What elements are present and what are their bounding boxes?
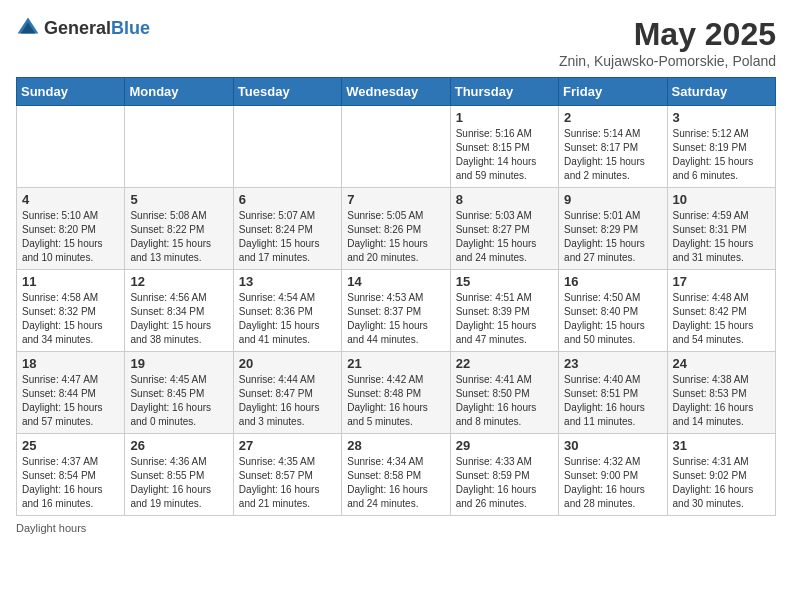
calendar-cell: 29Sunrise: 4:33 AM Sunset: 8:59 PM Dayli… bbox=[450, 434, 558, 516]
day-number: 2 bbox=[564, 110, 661, 125]
calendar-week-5: 25Sunrise: 4:37 AM Sunset: 8:54 PM Dayli… bbox=[17, 434, 776, 516]
footer-note: Daylight hours bbox=[16, 522, 776, 534]
day-number: 30 bbox=[564, 438, 661, 453]
day-number: 28 bbox=[347, 438, 444, 453]
calendar-cell: 13Sunrise: 4:54 AM Sunset: 8:36 PM Dayli… bbox=[233, 270, 341, 352]
day-number: 3 bbox=[673, 110, 770, 125]
logo-text: GeneralBlue bbox=[44, 18, 150, 39]
day-info: Sunrise: 5:03 AM Sunset: 8:27 PM Dayligh… bbox=[456, 209, 553, 265]
day-info: Sunrise: 4:44 AM Sunset: 8:47 PM Dayligh… bbox=[239, 373, 336, 429]
calendar-week-2: 4Sunrise: 5:10 AM Sunset: 8:20 PM Daylig… bbox=[17, 188, 776, 270]
day-info: Sunrise: 4:58 AM Sunset: 8:32 PM Dayligh… bbox=[22, 291, 119, 347]
day-number: 15 bbox=[456, 274, 553, 289]
day-number: 21 bbox=[347, 356, 444, 371]
title-block: May 2025 Znin, Kujawsko-Pomorskie, Polan… bbox=[559, 16, 776, 69]
day-number: 11 bbox=[22, 274, 119, 289]
calendar-cell: 10Sunrise: 4:59 AM Sunset: 8:31 PM Dayli… bbox=[667, 188, 775, 270]
calendar-week-3: 11Sunrise: 4:58 AM Sunset: 8:32 PM Dayli… bbox=[17, 270, 776, 352]
day-info: Sunrise: 4:47 AM Sunset: 8:44 PM Dayligh… bbox=[22, 373, 119, 429]
day-info: Sunrise: 4:32 AM Sunset: 9:00 PM Dayligh… bbox=[564, 455, 661, 511]
day-number: 17 bbox=[673, 274, 770, 289]
day-number: 13 bbox=[239, 274, 336, 289]
calendar-cell: 26Sunrise: 4:36 AM Sunset: 8:55 PM Dayli… bbox=[125, 434, 233, 516]
logo-general: General bbox=[44, 18, 111, 38]
calendar-cell: 20Sunrise: 4:44 AM Sunset: 8:47 PM Dayli… bbox=[233, 352, 341, 434]
day-number: 25 bbox=[22, 438, 119, 453]
calendar-cell bbox=[233, 106, 341, 188]
day-info: Sunrise: 4:36 AM Sunset: 8:55 PM Dayligh… bbox=[130, 455, 227, 511]
calendar-header-tuesday: Tuesday bbox=[233, 78, 341, 106]
day-info: Sunrise: 5:14 AM Sunset: 8:17 PM Dayligh… bbox=[564, 127, 661, 183]
day-number: 18 bbox=[22, 356, 119, 371]
calendar-cell: 31Sunrise: 4:31 AM Sunset: 9:02 PM Dayli… bbox=[667, 434, 775, 516]
calendar-week-1: 1Sunrise: 5:16 AM Sunset: 8:15 PM Daylig… bbox=[17, 106, 776, 188]
logo-blue: Blue bbox=[111, 18, 150, 38]
calendar-cell bbox=[125, 106, 233, 188]
day-number: 12 bbox=[130, 274, 227, 289]
calendar-cell: 5Sunrise: 5:08 AM Sunset: 8:22 PM Daylig… bbox=[125, 188, 233, 270]
day-number: 26 bbox=[130, 438, 227, 453]
day-info: Sunrise: 4:40 AM Sunset: 8:51 PM Dayligh… bbox=[564, 373, 661, 429]
calendar-cell: 21Sunrise: 4:42 AM Sunset: 8:48 PM Dayli… bbox=[342, 352, 450, 434]
calendar-cell: 28Sunrise: 4:34 AM Sunset: 8:58 PM Dayli… bbox=[342, 434, 450, 516]
day-info: Sunrise: 4:41 AM Sunset: 8:50 PM Dayligh… bbox=[456, 373, 553, 429]
calendar-cell: 16Sunrise: 4:50 AM Sunset: 8:40 PM Dayli… bbox=[559, 270, 667, 352]
calendar-header-friday: Friday bbox=[559, 78, 667, 106]
calendar-week-4: 18Sunrise: 4:47 AM Sunset: 8:44 PM Dayli… bbox=[17, 352, 776, 434]
calendar-cell: 3Sunrise: 5:12 AM Sunset: 8:19 PM Daylig… bbox=[667, 106, 775, 188]
day-number: 24 bbox=[673, 356, 770, 371]
day-info: Sunrise: 5:08 AM Sunset: 8:22 PM Dayligh… bbox=[130, 209, 227, 265]
day-info: Sunrise: 4:33 AM Sunset: 8:59 PM Dayligh… bbox=[456, 455, 553, 511]
calendar-cell: 23Sunrise: 4:40 AM Sunset: 8:51 PM Dayli… bbox=[559, 352, 667, 434]
calendar-cell: 24Sunrise: 4:38 AM Sunset: 8:53 PM Dayli… bbox=[667, 352, 775, 434]
calendar-header-sunday: Sunday bbox=[17, 78, 125, 106]
day-info: Sunrise: 5:07 AM Sunset: 8:24 PM Dayligh… bbox=[239, 209, 336, 265]
calendar-header-thursday: Thursday bbox=[450, 78, 558, 106]
daylight-label: Daylight hours bbox=[16, 522, 86, 534]
day-number: 9 bbox=[564, 192, 661, 207]
calendar-cell: 4Sunrise: 5:10 AM Sunset: 8:20 PM Daylig… bbox=[17, 188, 125, 270]
subtitle: Znin, Kujawsko-Pomorskie, Poland bbox=[559, 53, 776, 69]
calendar-header-wednesday: Wednesday bbox=[342, 78, 450, 106]
calendar-cell: 18Sunrise: 4:47 AM Sunset: 8:44 PM Dayli… bbox=[17, 352, 125, 434]
day-info: Sunrise: 5:16 AM Sunset: 8:15 PM Dayligh… bbox=[456, 127, 553, 183]
calendar-cell: 9Sunrise: 5:01 AM Sunset: 8:29 PM Daylig… bbox=[559, 188, 667, 270]
day-info: Sunrise: 4:31 AM Sunset: 9:02 PM Dayligh… bbox=[673, 455, 770, 511]
day-number: 31 bbox=[673, 438, 770, 453]
day-number: 4 bbox=[22, 192, 119, 207]
calendar-header-monday: Monday bbox=[125, 78, 233, 106]
day-info: Sunrise: 5:05 AM Sunset: 8:26 PM Dayligh… bbox=[347, 209, 444, 265]
day-info: Sunrise: 4:54 AM Sunset: 8:36 PM Dayligh… bbox=[239, 291, 336, 347]
day-number: 20 bbox=[239, 356, 336, 371]
calendar-cell: 11Sunrise: 4:58 AM Sunset: 8:32 PM Dayli… bbox=[17, 270, 125, 352]
day-info: Sunrise: 5:10 AM Sunset: 8:20 PM Dayligh… bbox=[22, 209, 119, 265]
calendar-cell: 14Sunrise: 4:53 AM Sunset: 8:37 PM Dayli… bbox=[342, 270, 450, 352]
day-number: 14 bbox=[347, 274, 444, 289]
day-info: Sunrise: 4:45 AM Sunset: 8:45 PM Dayligh… bbox=[130, 373, 227, 429]
calendar-cell: 22Sunrise: 4:41 AM Sunset: 8:50 PM Dayli… bbox=[450, 352, 558, 434]
day-number: 27 bbox=[239, 438, 336, 453]
calendar-cell: 7Sunrise: 5:05 AM Sunset: 8:26 PM Daylig… bbox=[342, 188, 450, 270]
calendar-header-row: SundayMondayTuesdayWednesdayThursdayFrid… bbox=[17, 78, 776, 106]
day-number: 6 bbox=[239, 192, 336, 207]
generalblue-logo-icon bbox=[16, 16, 40, 40]
day-info: Sunrise: 4:56 AM Sunset: 8:34 PM Dayligh… bbox=[130, 291, 227, 347]
day-info: Sunrise: 4:42 AM Sunset: 8:48 PM Dayligh… bbox=[347, 373, 444, 429]
day-info: Sunrise: 5:01 AM Sunset: 8:29 PM Dayligh… bbox=[564, 209, 661, 265]
day-info: Sunrise: 4:48 AM Sunset: 8:42 PM Dayligh… bbox=[673, 291, 770, 347]
calendar-cell: 6Sunrise: 5:07 AM Sunset: 8:24 PM Daylig… bbox=[233, 188, 341, 270]
day-info: Sunrise: 4:37 AM Sunset: 8:54 PM Dayligh… bbox=[22, 455, 119, 511]
day-number: 19 bbox=[130, 356, 227, 371]
day-number: 16 bbox=[564, 274, 661, 289]
day-info: Sunrise: 4:38 AM Sunset: 8:53 PM Dayligh… bbox=[673, 373, 770, 429]
calendar-cell bbox=[342, 106, 450, 188]
day-info: Sunrise: 4:35 AM Sunset: 8:57 PM Dayligh… bbox=[239, 455, 336, 511]
day-number: 8 bbox=[456, 192, 553, 207]
calendar-cell: 2Sunrise: 5:14 AM Sunset: 8:17 PM Daylig… bbox=[559, 106, 667, 188]
calendar-cell: 1Sunrise: 5:16 AM Sunset: 8:15 PM Daylig… bbox=[450, 106, 558, 188]
logo: GeneralBlue bbox=[16, 16, 150, 40]
calendar-cell: 25Sunrise: 4:37 AM Sunset: 8:54 PM Dayli… bbox=[17, 434, 125, 516]
day-info: Sunrise: 4:59 AM Sunset: 8:31 PM Dayligh… bbox=[673, 209, 770, 265]
calendar-cell: 17Sunrise: 4:48 AM Sunset: 8:42 PM Dayli… bbox=[667, 270, 775, 352]
day-number: 29 bbox=[456, 438, 553, 453]
